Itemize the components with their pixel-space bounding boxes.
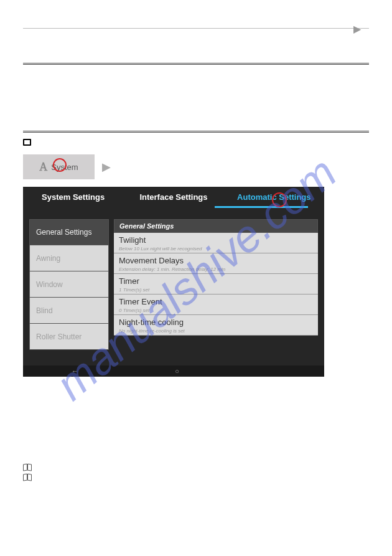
top-arrow-icon: ▶ (353, 23, 361, 35)
list-item-timer-event[interactable]: Timer Event 0 Timer(s) set (114, 294, 318, 315)
divider (23, 28, 369, 29)
highlight-circle-icon (53, 158, 67, 172)
list-item-title: Movement Delays (119, 256, 313, 265)
section-header-label: General Settings (119, 222, 174, 230)
list-item-night-cooling[interactable]: Night-time cooling No night-time re-cool… (114, 315, 318, 336)
tab-label: System Settings (42, 192, 105, 202)
chevron-right-icon: ▶ (102, 160, 111, 174)
double-rule-top (23, 63, 369, 65)
list-item-title: Twilight (119, 235, 313, 245)
sidebar-item-general[interactable]: General Settings (29, 219, 109, 245)
list-item-sub: Extension delay: 1 min. Retraction delay… (119, 266, 313, 272)
sidebar-item-blind[interactable]: Blind (29, 298, 109, 324)
open-book-icon (23, 464, 32, 470)
list-item-sub: Below 10 Lux night will be recognised (119, 246, 313, 252)
references (23, 464, 369, 480)
open-book-icon (23, 474, 32, 480)
list-item-title: Timer (119, 276, 313, 286)
list-item-movement-delays[interactable]: Movement Delays Extension delay: 1 min. … (114, 253, 318, 274)
tab-system-settings[interactable]: System Settings (23, 192, 123, 202)
list-item-sub: 1 Timer(s) set (119, 287, 313, 293)
a-icon: A (39, 161, 47, 174)
sidebar-item-label: Window (36, 280, 63, 289)
list-item-title: Night-time cooling (119, 318, 313, 327)
sidebar-item-label: Blind (36, 306, 53, 315)
sidebar-item-label: Awning (36, 254, 60, 263)
settings-main: General Settings Twilight Below 10 Lux n… (114, 219, 318, 350)
section-header: General Settings (114, 219, 318, 233)
breadcrumb: A System ▶ (23, 154, 369, 179)
panel: General Settings Awning Window Blind Rol… (23, 207, 324, 350)
list-item-twilight[interactable]: Twilight Below 10 Lux night will be reco… (114, 233, 318, 253)
tab-interface-settings[interactable]: Interface Settings (123, 192, 223, 202)
stop-icon (23, 139, 31, 146)
highlight-circle-icon (272, 192, 287, 207)
list-item-sub: 0 Timer(s) set (119, 308, 313, 313)
app-screenshot: System Settings Interface Settings Autom… (23, 187, 324, 377)
tab-label: Interface Settings (139, 192, 207, 202)
nav-home-icon[interactable]: ○ (175, 367, 179, 375)
sidebar-item-label: General Settings (36, 228, 91, 237)
sidebar-item-window[interactable]: Window (29, 271, 109, 298)
breadcrumb-system[interactable]: A System (23, 154, 95, 179)
list-item-timer[interactable]: Timer 1 Timer(s) set (114, 274, 318, 294)
list-item-sub: No night-time re-cooling is set (119, 328, 313, 334)
sidebar-item-label: Roller Shutter (36, 332, 82, 341)
double-rule-bottom (23, 131, 369, 133)
sidebar-item-roller-shutter[interactable]: Roller Shutter (29, 324, 109, 350)
sidebar-item-awning[interactable]: Awning (29, 245, 109, 271)
settings-sidebar: General Settings Awning Window Blind Rol… (29, 219, 109, 350)
list-item-title: Timer Event (119, 297, 313, 306)
tab-underline (215, 206, 308, 208)
android-navbar: ← ○ (23, 365, 324, 377)
nav-back-icon[interactable]: ← (72, 367, 78, 375)
